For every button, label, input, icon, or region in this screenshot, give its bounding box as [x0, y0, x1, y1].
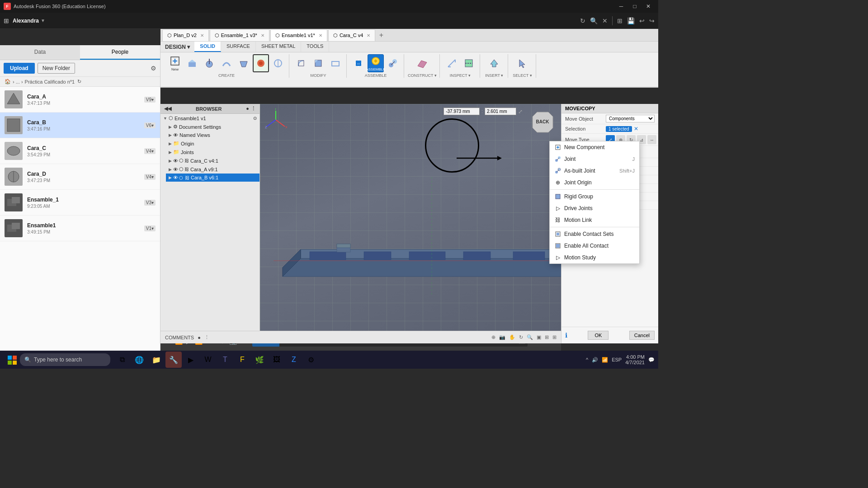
username[interactable]: Alexandra: [13, 18, 39, 24]
list-item[interactable]: Cara_D 3:47:23 PM V4▾: [0, 164, 160, 190]
list-item[interactable]: Cara_B 3:47:16 PM V6▾: [0, 113, 160, 138]
extrude-button[interactable]: [184, 54, 200, 72]
menu-drive-joints[interactable]: ▷ Drive Joints: [550, 202, 639, 214]
start-button[interactable]: [4, 352, 20, 368]
orbit-icon[interactable]: ↻: [519, 334, 523, 340]
display-icon[interactable]: ▣: [537, 334, 541, 340]
loft-button[interactable]: [236, 54, 252, 72]
select-btn[interactable]: [514, 54, 530, 72]
assemble-button[interactable]: ASSEMBLE: [368, 54, 384, 72]
list-item[interactable]: Cara_C 3:54:29 PM V4▾: [0, 138, 160, 164]
menu-motion-study[interactable]: ▷ Motion Study: [550, 252, 639, 263]
sweep-button[interactable]: [218, 54, 235, 72]
upload-button[interactable]: Upload: [4, 63, 35, 74]
yellow-app-icon[interactable]: F: [234, 352, 250, 368]
menu-enable-all-contact[interactable]: Enable All Contact: [550, 240, 639, 252]
menu-joint-origin[interactable]: ⊕ Joint Origin: [550, 177, 639, 188]
breadcrumb-project[interactable]: Práctica Calificado nº1: [25, 79, 75, 84]
fusion-taskbar-icon[interactable]: 🔧: [165, 352, 182, 368]
tab-ensamble1v3[interactable]: ⬡ Ensamble_1 v3* ✕: [210, 29, 269, 41]
hidden-icons[interactable]: ^: [586, 357, 588, 362]
zoom-icon[interactable]: 🔍: [527, 334, 533, 340]
design-dropdown[interactable]: DESIGN ▾: [160, 42, 194, 52]
close-button[interactable]: ✕: [642, 0, 655, 13]
ribbon-tab-solid[interactable]: SOLID: [194, 42, 221, 52]
more-icon[interactable]: ⊞: [552, 334, 557, 340]
coord-x-input[interactable]: [443, 108, 480, 115]
search-icon[interactable]: 🔍: [590, 17, 598, 24]
tab-plan-d[interactable]: ⬡ Plan_D v2 ✕: [162, 29, 209, 41]
move-object-select[interactable]: Components: [606, 115, 655, 122]
menu-joint[interactable]: Joint J: [550, 153, 639, 165]
browser-item-root[interactable]: ▼ ⬡ Ensamble1 v1 ⊙: [160, 114, 259, 122]
measure-button[interactable]: [443, 54, 460, 72]
tab-ensamble1v1[interactable]: ⬡ Ensamble1 v1* ✕: [270, 29, 327, 41]
refresh-icon[interactable]: ↻: [580, 17, 585, 24]
tab-cara-c[interactable]: ⬡ Cara_C v4 ✕: [328, 29, 376, 41]
modify-btn2[interactable]: [310, 54, 326, 72]
refresh-small-icon[interactable]: ↻: [77, 79, 81, 84]
scale-icon[interactable]: ↔: [647, 135, 656, 144]
section-btn[interactable]: [461, 54, 477, 72]
browser-item-docsettings[interactable]: ▶ ⚙ Document Settings: [166, 122, 259, 131]
browser-item-cara-a[interactable]: ▶ 👁 ⬡ ⛓ Cara_A v9:1: [166, 165, 259, 174]
menu-motion-link[interactable]: ⛓ Motion Link: [550, 214, 639, 226]
ribbon-tab-surface[interactable]: SURFACE: [221, 42, 256, 52]
language-indicator[interactable]: ESP: [612, 357, 622, 362]
pan-icon[interactable]: ✋: [509, 334, 515, 340]
nav-cube[interactable]: BACK: [528, 108, 557, 138]
joint-button[interactable]: [385, 54, 401, 72]
ribbon-tab-tools[interactable]: TOOLS: [301, 42, 329, 52]
menu-rigid-group[interactable]: Rigid Group: [550, 191, 639, 202]
photo-icon[interactable]: 🖼: [269, 352, 285, 368]
zoom-taskbar-icon[interactable]: Z: [286, 352, 302, 368]
close-icon[interactable]: ✕: [602, 17, 608, 24]
browser2-icon[interactable]: 🌿: [251, 352, 268, 368]
camera-icon[interactable]: 📷: [499, 334, 505, 340]
volume-icon[interactable]: 🔊: [592, 357, 598, 363]
apps-icon[interactable]: ⊞: [617, 17, 623, 24]
network-icon[interactable]: 📶: [602, 357, 608, 363]
new-component-button[interactable]: New: [167, 54, 183, 72]
teams-icon[interactable]: T: [217, 352, 233, 368]
tab-data[interactable]: Data: [0, 45, 80, 60]
list-item[interactable]: Ensamble_1 9:23:05 AM V3▾: [0, 190, 160, 216]
cancel-button[interactable]: Cancel: [629, 331, 655, 340]
drag-handle[interactable]: ⋮: [204, 334, 209, 340]
app1-icon[interactable]: W: [200, 352, 216, 368]
viewport-3d[interactable]: X Y Z BACK : ⤢: [260, 104, 561, 331]
browser-item-cara-b[interactable]: ▶ 👁 ⬡ ⛓ Cara_B v6:1: [166, 174, 259, 182]
coord-y-input[interactable]: [485, 108, 516, 115]
list-item[interactable]: Ensamble1 3:49:15 PM V1▾: [0, 216, 160, 241]
tab-close-icon[interactable]: ✕: [319, 33, 322, 38]
revolve-button[interactable]: [201, 54, 217, 72]
task-view-icon[interactable]: ⧉: [114, 352, 130, 368]
drag-handle-icon[interactable]: ⋮: [251, 106, 256, 112]
redo-icon[interactable]: ↪: [649, 17, 655, 24]
plane-button[interactable]: [414, 54, 430, 72]
tab-add-button[interactable]: +: [376, 30, 386, 40]
move-copy-button[interactable]: ↔: [350, 54, 367, 72]
grid-display-icon[interactable]: ⊞: [545, 334, 549, 340]
browser-item-origin[interactable]: ▶ 📁 Origin: [166, 139, 259, 148]
tab-close-icon[interactable]: ✕: [367, 33, 370, 38]
settings-button[interactable]: ⚙: [151, 65, 156, 72]
collapse-icon[interactable]: ◀◀: [164, 106, 171, 112]
menu-as-built-joint[interactable]: As-built Joint Shift+J: [550, 165, 639, 177]
tab-people[interactable]: People: [80, 45, 160, 60]
browser-item-cara-c[interactable]: ▶ 👁 ⬡ ⛓ Cara_C v4:1: [166, 156, 259, 165]
menu-enable-contact-sets[interactable]: Enable Contact Sets: [550, 228, 639, 240]
modify-btn1[interactable]: [293, 54, 309, 72]
windows-media-icon[interactable]: ▶: [183, 352, 199, 368]
thread-button[interactable]: [270, 54, 286, 72]
settings-taskbar-icon[interactable]: ⚙: [303, 352, 319, 368]
file-explorer-icon[interactable]: 📁: [148, 352, 165, 368]
browser-item-joints[interactable]: ▶ 📁 Joints: [166, 148, 259, 156]
modify-btn3[interactable]: [327, 54, 344, 72]
insert-btn[interactable]: [486, 54, 502, 72]
browser-item-namedviews[interactable]: ▶ 👁 Named Views: [166, 131, 259, 139]
tab-close-icon[interactable]: ✕: [200, 33, 204, 38]
ok-button[interactable]: OK: [588, 331, 609, 340]
save-icon[interactable]: 💾: [627, 17, 635, 24]
minimize-button[interactable]: ─: [615, 0, 627, 13]
